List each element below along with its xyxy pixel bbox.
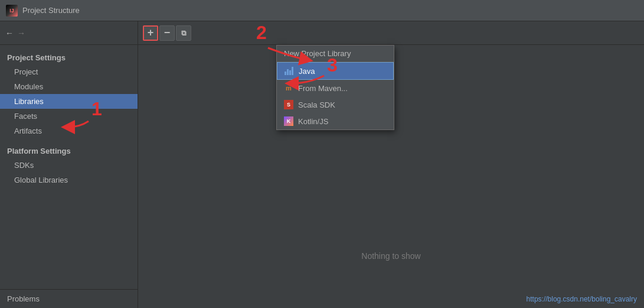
dropdown-header: New Project Library [277,46,394,62]
platform-settings-label: Platform Settings [0,143,138,158]
sidebar-item-facets[interactable]: Facets [0,109,138,124]
java-icon [285,66,294,76]
maven-icon: m [284,83,293,93]
sidebar-item-project[interactable]: Project [0,64,138,79]
project-settings-label: Project Settings [0,50,138,64]
sidebar-item-global-libraries[interactable]: Global Libraries [0,173,138,187]
remove-library-button[interactable]: − [159,25,175,41]
dropdown-item-maven-label: From Maven... [298,84,348,93]
add-library-button[interactable]: + [143,25,158,41]
back-button[interactable]: ← [4,27,15,39]
kotlin-icon: K [284,116,293,126]
dropdown-item-scala-sdk[interactable]: S Scala SDK [277,96,394,113]
dropdown-item-java-label: Java [299,67,315,76]
window-title: Project Structure [22,6,80,15]
nothing-to-show-label: Nothing to show [361,251,420,261]
sidebar-item-problems[interactable]: Problems [0,289,138,308]
content-area: + − ⧉ Nothing to show https://blog.csdn.… [138,21,644,308]
sidebar: ← → Project Settings Project Modules Lib… [0,21,138,308]
main-layout: ← → Project Settings Project Modules Lib… [0,21,644,308]
dropdown-item-kotlin-label: Kotlin/JS [298,117,328,126]
url-label: https://blog.csdn.net/boling_cavalry [527,295,637,303]
dropdown-item-java[interactable]: Java [277,62,394,80]
sidebar-item-artifacts[interactable]: Artifacts [0,124,138,138]
sidebar-item-modules[interactable]: Modules [0,79,138,94]
scala-icon: S [284,100,293,109]
sidebar-item-sdks[interactable]: SDKs [0,158,138,173]
dropdown-item-scala-label: Scala SDK [298,100,335,109]
sidebar-nav: Project Settings Project Modules Librari… [0,45,138,289]
new-project-library-dropdown: New Project Library Java m [276,45,394,130]
copy-library-button[interactable]: ⧉ [176,25,191,41]
forward-button[interactable]: → [15,27,27,39]
title-bar: IJ Project Structure [0,0,644,21]
dropdown-item-kotlin-js[interactable]: K Kotlin/JS [277,113,394,129]
app-icon: IJ [6,5,18,17]
dropdown-item-maven[interactable]: m From Maven... [277,80,394,96]
sidebar-item-libraries[interactable]: Libraries [0,94,138,109]
